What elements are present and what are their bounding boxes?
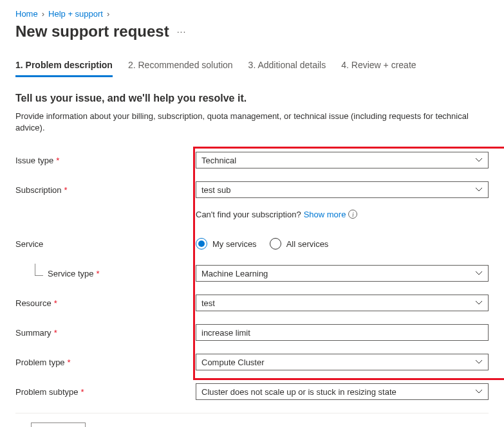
issue-type-value: Technical [201,156,236,165]
resource-value: test [201,298,215,308]
radio-label: All services [286,239,329,249]
bottom-bar: Next [15,413,489,427]
problem-subtype-select[interactable]: Cluster does not scale up or is stuck in… [196,383,489,400]
chevron-right-icon: › [107,9,109,19]
resource-label: Resource* [15,298,196,308]
tab-recommended-solution[interactable]: 2. Recommended solution [128,60,233,77]
radio-icon [196,238,207,250]
service-type-label: Service type* [15,269,196,278]
subscription-hint: Can't find your subscription? Show more … [196,210,489,219]
tab-review-create[interactable]: 4. Review + create [341,60,416,77]
breadcrumb: Home › Help + support › [15,9,489,19]
service-label: Service [15,239,196,249]
chevron-down-icon [475,186,483,194]
breadcrumb-home[interactable]: Home [15,9,38,19]
show-more-link[interactable]: Show more [304,210,346,219]
chevron-down-icon [475,269,483,277]
tabs: 1. Problem description 2. Recommended so… [15,60,489,77]
service-type-select[interactable]: Machine Learning [196,265,489,282]
subscription-label: Subscription* [15,185,196,195]
radio-all-services[interactable]: All services [270,238,329,250]
info-icon[interactable]: i [348,210,357,219]
problem-type-select[interactable]: Compute Cluster [196,354,489,370]
problem-subtype-label: Problem subtype* [15,387,196,397]
more-actions-button[interactable]: ··· [177,26,187,37]
summary-label: Summary* [15,328,196,338]
issue-type-select[interactable]: Technical [196,152,489,168]
tab-problem-description[interactable]: 1. Problem description [15,60,113,77]
next-button[interactable]: Next [31,422,86,427]
section-subtitle: Tell us your issue, and we'll help you r… [15,93,489,104]
subscription-select[interactable]: test sub [196,181,489,198]
breadcrumb-help-support[interactable]: Help + support [48,9,103,19]
problem-type-value: Compute Cluster [201,358,265,367]
section-description: Provide information about your billing, … [15,111,489,134]
tab-additional-details[interactable]: 3. Additional details [248,60,326,77]
resource-select[interactable]: test [196,295,489,311]
subscription-value: test sub [201,185,231,195]
summary-value: increase limit [201,328,250,338]
radio-icon [270,238,281,250]
service-radio-group: My services All services [196,238,489,250]
chevron-down-icon [475,156,483,164]
summary-input[interactable]: increase limit [196,324,489,341]
chevron-down-icon [475,358,483,366]
service-type-value: Machine Learning [201,269,268,278]
chevron-down-icon [475,388,483,395]
radio-my-services[interactable]: My services [196,238,257,250]
chevron-right-icon: › [42,9,44,19]
chevron-down-icon [475,299,483,307]
problem-type-label: Problem type* [15,358,196,367]
issue-type-label: Issue type* [15,156,196,165]
problem-subtype-value: Cluster does not scale up or is stuck in… [201,387,397,397]
radio-label: My services [212,239,257,249]
page-title: New support request [15,23,169,41]
